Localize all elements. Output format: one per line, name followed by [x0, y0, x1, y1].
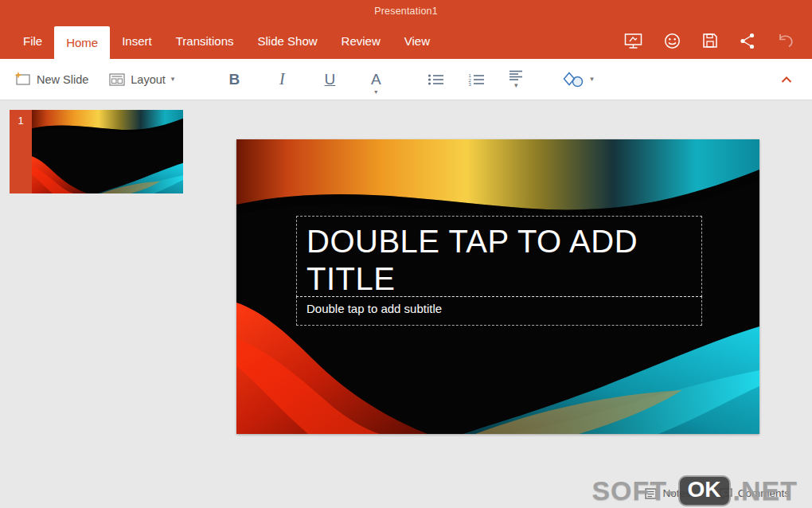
layout-icon — [109, 73, 125, 86]
collapse-ribbon-button[interactable] — [775, 68, 798, 92]
italic-button[interactable]: I — [271, 70, 292, 88]
document-title: Presentation1 — [374, 6, 438, 17]
comments-label: Comments — [738, 487, 790, 499]
new-slide-button[interactable]: New Slide — [14, 72, 88, 87]
editing-area: 1 — [0, 100, 812, 508]
home-toolbar: New Slide Layout ▾ B I U A ▾ — [0, 59, 812, 100]
tab-insert[interactable]: Insert — [110, 22, 164, 59]
present-on-screen-icon[interactable] — [624, 33, 642, 49]
slide-thumbnail-1[interactable] — [32, 110, 183, 193]
tab-transitions[interactable]: Transitions — [164, 22, 246, 59]
status-bar: Notes Comments — [645, 487, 790, 499]
tab-review[interactable]: Review — [330, 22, 392, 59]
layout-button[interactable]: Layout ▾ — [109, 73, 174, 86]
new-slide-icon — [14, 72, 31, 87]
titlebar: Presentation1 — [0, 0, 812, 22]
feedback-smiley-icon[interactable] — [664, 33, 681, 49]
align-button[interactable]: ▾ — [509, 70, 523, 89]
chevron-down-icon: ▾ — [171, 76, 175, 83]
chevron-down-icon: ▾ — [514, 82, 518, 89]
notes-icon — [645, 488, 657, 499]
underline-button[interactable]: U — [319, 71, 340, 88]
undo-icon[interactable] — [777, 33, 794, 49]
comments-button[interactable]: Comments — [720, 487, 790, 499]
shapes-icon — [563, 72, 584, 88]
share-icon[interactable] — [740, 33, 755, 49]
slide-thumbnail-artwork — [32, 110, 183, 193]
slide-number-badge: 1 — [10, 110, 32, 193]
tab-view[interactable]: View — [392, 22, 442, 59]
ribbon-right-icons — [624, 22, 812, 59]
chevron-down-icon: ▾ — [374, 88, 377, 96]
tab-slide-show[interactable]: Slide Show — [246, 22, 330, 59]
subtitle-placeholder[interactable]: Double tap to add subtitle — [296, 296, 702, 326]
tab-home[interactable]: Home — [54, 26, 110, 59]
svg-text:3: 3 — [469, 82, 472, 86]
font-color-button[interactable]: A ▾ — [365, 71, 386, 88]
bold-button[interactable]: B — [224, 71, 244, 88]
slide-canvas[interactable]: DOUBLE TAP TO ADD TITLE Double tap to ad… — [236, 139, 759, 434]
layout-label: Layout — [131, 73, 166, 86]
font-color-label: A — [371, 71, 381, 88]
tab-file[interactable]: File — [11, 22, 54, 59]
comments-icon — [720, 488, 732, 499]
notes-button[interactable]: Notes — [645, 487, 690, 499]
align-icon — [509, 70, 523, 80]
title-placeholder[interactable]: DOUBLE TAP TO ADD TITLE — [296, 216, 702, 297]
ribbon-tab-bar: File Home Insert Transitions Slide Show … — [0, 22, 812, 59]
powerpoint-app: Presentation1 File Home Insert Transitio… — [0, 0, 812, 508]
slide-thumbnail-panel: 1 — [10, 110, 183, 193]
notes-label: Notes — [662, 487, 690, 499]
bullets-icon — [427, 73, 444, 86]
numbering-icon: 1 2 3 — [468, 73, 485, 86]
save-icon[interactable] — [702, 33, 718, 49]
new-slide-label: New Slide — [37, 73, 88, 86]
shapes-button[interactable]: ▾ — [563, 72, 594, 88]
chevron-down-icon: ▾ — [590, 76, 594, 83]
chevron-up-icon — [780, 76, 793, 84]
bullets-button[interactable] — [427, 73, 444, 86]
numbering-button[interactable]: 1 2 3 — [468, 73, 485, 86]
